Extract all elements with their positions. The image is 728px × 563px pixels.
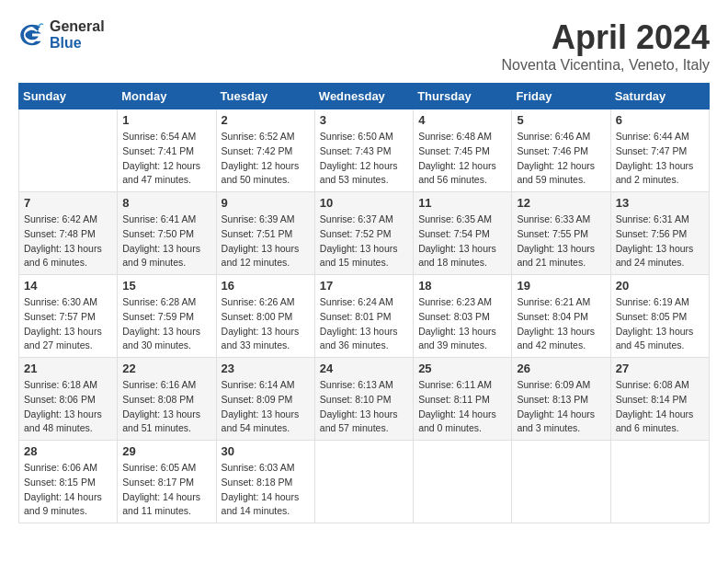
calendar-cell: 11Sunrise: 6:35 AMSunset: 7:54 PMDayligh…: [414, 192, 512, 275]
day-number: 4: [418, 113, 506, 127]
day-number: 15: [122, 279, 210, 293]
calendar-cell: 7Sunrise: 6:42 AMSunset: 7:48 PMDaylight…: [19, 192, 118, 275]
calendar-week-row: 14Sunrise: 6:30 AMSunset: 7:57 PMDayligh…: [19, 275, 710, 358]
day-info: Sunrise: 6:03 AMSunset: 8:18 PMDaylight:…: [222, 461, 310, 519]
calendar-cell: 14Sunrise: 6:30 AMSunset: 7:57 PMDayligh…: [19, 275, 118, 358]
day-info: Sunrise: 6:18 AMSunset: 8:06 PMDaylight:…: [24, 378, 112, 436]
day-number: 11: [418, 196, 506, 210]
day-number: 17: [320, 279, 408, 293]
title-block: April 2024 Noventa Vicentina, Veneto, It…: [501, 18, 710, 74]
day-number: 9: [222, 196, 310, 210]
calendar-cell: 5Sunrise: 6:46 AMSunset: 7:46 PMDaylight…: [512, 109, 610, 192]
logo-icon: [18, 21, 46, 49]
day-info: Sunrise: 6:11 AMSunset: 8:11 PMDaylight:…: [418, 378, 506, 436]
calendar-cell: 22Sunrise: 6:16 AMSunset: 8:08 PMDayligh…: [118, 358, 216, 441]
day-info: Sunrise: 6:08 AMSunset: 8:14 PMDaylight:…: [616, 378, 704, 436]
day-number: 1: [122, 113, 210, 127]
calendar-cell: 2Sunrise: 6:52 AMSunset: 7:42 PMDaylight…: [216, 109, 314, 192]
day-info: Sunrise: 6:44 AMSunset: 7:47 PMDaylight:…: [616, 130, 704, 188]
calendar-cell: 18Sunrise: 6:23 AMSunset: 8:03 PMDayligh…: [414, 275, 512, 358]
calendar-cell: 25Sunrise: 6:11 AMSunset: 8:11 PMDayligh…: [414, 358, 512, 441]
calendar-cell: 24Sunrise: 6:13 AMSunset: 8:10 PMDayligh…: [314, 358, 413, 441]
day-info: Sunrise: 6:30 AMSunset: 7:57 PMDaylight:…: [24, 295, 112, 353]
day-info: Sunrise: 6:23 AMSunset: 8:03 PMDaylight:…: [418, 295, 506, 353]
weekday-header: Monday: [118, 84, 216, 109]
calendar-cell: 16Sunrise: 6:26 AMSunset: 8:00 PMDayligh…: [216, 275, 314, 358]
day-number: 24: [320, 362, 408, 375]
page-header: General Blue April 2024 Noventa Vicentin…: [18, 18, 710, 74]
day-number: 26: [517, 362, 605, 375]
day-info: Sunrise: 6:19 AMSunset: 8:05 PMDaylight:…: [616, 295, 704, 353]
weekday-header: Tuesday: [216, 84, 314, 109]
day-number: 28: [24, 444, 112, 458]
day-info: Sunrise: 6:05 AMSunset: 8:17 PMDaylight:…: [122, 461, 210, 519]
day-info: Sunrise: 6:31 AMSunset: 7:56 PMDaylight:…: [616, 213, 704, 270]
calendar-week-row: 21Sunrise: 6:18 AMSunset: 8:06 PMDayligh…: [19, 358, 710, 441]
calendar-cell: [610, 441, 709, 523]
day-info: Sunrise: 6:52 AMSunset: 7:42 PMDaylight:…: [222, 130, 310, 188]
day-info: Sunrise: 6:16 AMSunset: 8:08 PMDaylight:…: [122, 378, 210, 436]
day-number: 16: [222, 279, 310, 293]
logo-text: General Blue: [50, 18, 105, 51]
day-info: Sunrise: 6:13 AMSunset: 8:10 PMDaylight:…: [320, 378, 408, 436]
logo: General Blue: [18, 18, 105, 51]
calendar-header-row: SundayMondayTuesdayWednesdayThursdayFrid…: [19, 84, 710, 109]
day-number: 6: [616, 113, 704, 127]
day-number: 8: [122, 196, 210, 210]
day-number: 12: [517, 196, 605, 210]
day-number: 22: [122, 362, 210, 375]
day-info: Sunrise: 6:35 AMSunset: 7:54 PMDaylight:…: [418, 213, 506, 270]
calendar-cell: 28Sunrise: 6:06 AMSunset: 8:15 PMDayligh…: [19, 441, 118, 523]
calendar-cell: 17Sunrise: 6:24 AMSunset: 8:01 PMDayligh…: [314, 275, 413, 358]
day-info: Sunrise: 6:37 AMSunset: 7:52 PMDaylight:…: [320, 213, 408, 270]
calendar-cell: 29Sunrise: 6:05 AMSunset: 8:17 PMDayligh…: [118, 441, 216, 523]
calendar-cell: 13Sunrise: 6:31 AMSunset: 7:56 PMDayligh…: [610, 192, 709, 275]
day-info: Sunrise: 6:06 AMSunset: 8:15 PMDaylight:…: [24, 461, 112, 519]
calendar-cell: 23Sunrise: 6:14 AMSunset: 8:09 PMDayligh…: [216, 358, 314, 441]
location: Noventa Vicentina, Veneto, Italy: [501, 57, 710, 74]
calendar-cell: 26Sunrise: 6:09 AMSunset: 8:13 PMDayligh…: [512, 358, 610, 441]
day-number: 23: [222, 362, 310, 375]
calendar-cell: 12Sunrise: 6:33 AMSunset: 7:55 PMDayligh…: [512, 192, 610, 275]
calendar-cell: 27Sunrise: 6:08 AMSunset: 8:14 PMDayligh…: [610, 358, 709, 441]
day-info: Sunrise: 6:33 AMSunset: 7:55 PMDaylight:…: [517, 213, 605, 270]
day-info: Sunrise: 6:41 AMSunset: 7:50 PMDaylight:…: [122, 213, 210, 270]
day-number: 13: [616, 196, 704, 210]
day-info: Sunrise: 6:24 AMSunset: 8:01 PMDaylight:…: [320, 295, 408, 353]
day-info: Sunrise: 6:28 AMSunset: 7:59 PMDaylight:…: [122, 295, 210, 353]
calendar-cell: [414, 441, 512, 523]
weekday-header: Thursday: [414, 84, 512, 109]
calendar-cell: [314, 441, 413, 523]
day-number: 14: [24, 279, 112, 293]
calendar-cell: 30Sunrise: 6:03 AMSunset: 8:18 PMDayligh…: [216, 441, 314, 523]
day-info: Sunrise: 6:48 AMSunset: 7:45 PMDaylight:…: [418, 130, 506, 188]
calendar-cell: 3Sunrise: 6:50 AMSunset: 7:43 PMDaylight…: [314, 109, 413, 192]
calendar-cell: 21Sunrise: 6:18 AMSunset: 8:06 PMDayligh…: [19, 358, 118, 441]
calendar-cell: 1Sunrise: 6:54 AMSunset: 7:41 PMDaylight…: [118, 109, 216, 192]
weekday-header: Wednesday: [314, 84, 413, 109]
logo-blue: Blue: [50, 35, 105, 52]
day-info: Sunrise: 6:50 AMSunset: 7:43 PMDaylight:…: [320, 130, 408, 188]
day-number: 18: [418, 279, 506, 293]
day-number: 2: [222, 113, 310, 127]
day-info: Sunrise: 6:09 AMSunset: 8:13 PMDaylight:…: [517, 378, 605, 436]
day-info: Sunrise: 6:39 AMSunset: 7:51 PMDaylight:…: [222, 213, 310, 270]
day-info: Sunrise: 6:14 AMSunset: 8:09 PMDaylight:…: [222, 378, 310, 436]
day-number: 3: [320, 113, 408, 127]
calendar-week-row: 1Sunrise: 6:54 AMSunset: 7:41 PMDaylight…: [19, 109, 710, 192]
day-number: 27: [616, 362, 704, 375]
logo-general: General: [50, 18, 105, 35]
day-number: 10: [320, 196, 408, 210]
day-info: Sunrise: 6:21 AMSunset: 8:04 PMDaylight:…: [517, 295, 605, 353]
day-number: 21: [24, 362, 112, 375]
day-info: Sunrise: 6:26 AMSunset: 8:00 PMDaylight:…: [222, 295, 310, 353]
weekday-header: Sunday: [19, 84, 118, 109]
day-number: 30: [222, 444, 310, 458]
calendar-cell: 20Sunrise: 6:19 AMSunset: 8:05 PMDayligh…: [610, 275, 709, 358]
month-title: April 2024: [501, 18, 710, 57]
weekday-header: Saturday: [610, 84, 709, 109]
day-info: Sunrise: 6:54 AMSunset: 7:41 PMDaylight:…: [122, 130, 210, 188]
calendar-cell: [19, 109, 118, 192]
day-number: 19: [517, 279, 605, 293]
calendar-cell: 4Sunrise: 6:48 AMSunset: 7:45 PMDaylight…: [414, 109, 512, 192]
